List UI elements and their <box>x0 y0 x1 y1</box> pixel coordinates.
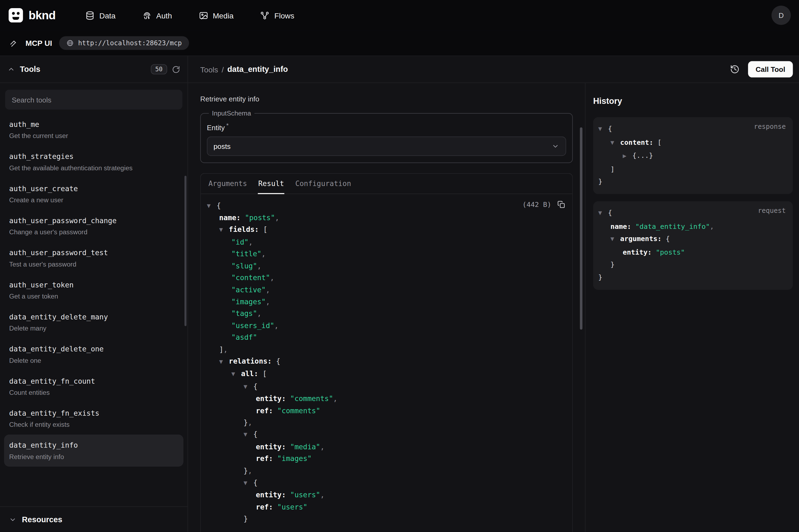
search-tools-input[interactable] <box>5 90 183 110</box>
resources-section-toggle[interactable]: Resources <box>0 507 187 532</box>
nav-item-flows[interactable]: Flows <box>260 11 294 20</box>
json-line: ref: "users" <box>207 501 565 513</box>
history-title: History <box>593 96 793 106</box>
json-line: ▼relations: { <box>207 356 565 368</box>
json-tree: ▼{name: "data_entity_info",▼arguments: {… <box>598 206 786 284</box>
nav-item-data[interactable]: Data <box>85 11 116 20</box>
json-caret-icon[interactable]: ▼ <box>598 207 608 220</box>
user-avatar[interactable]: D <box>772 6 791 25</box>
json-caret-icon[interactable]: ▼ <box>231 368 241 380</box>
json-caret-icon[interactable]: ▼ <box>219 356 229 367</box>
breadcrumb-section[interactable]: Tools <box>200 65 218 74</box>
json-token: , <box>262 250 266 258</box>
history-entry-response[interactable]: response▼{▼content: [▶{...}]} <box>593 117 793 194</box>
tool-description: Get a user token <box>9 292 178 300</box>
json-caret-icon[interactable]: ▼ <box>244 380 253 392</box>
history-entry-tag: response <box>754 123 786 130</box>
json-token: ] <box>610 165 614 173</box>
history-entry-request[interactable]: request▼{name: "data_entity_info",▼argum… <box>593 201 793 290</box>
json-token: } <box>244 418 248 426</box>
brand-home-link[interactable]: bknd <box>8 7 56 23</box>
json-token: , <box>710 222 714 230</box>
json-token: "images" <box>231 298 266 306</box>
json-line: } <box>598 175 786 188</box>
tool-item-auth_user_create[interactable]: auth_user_createCreate a new user <box>4 178 183 210</box>
json-caret-icon[interactable]: ▶ <box>623 150 632 163</box>
tool-name: auth_user_password_test <box>9 248 178 258</box>
sidebar-scrollbar[interactable] <box>185 176 187 326</box>
nav-item-media[interactable]: Media <box>198 11 233 20</box>
tool-item-data_entity_delete_many[interactable]: data_entity_delete_manyDelete many <box>4 306 183 338</box>
tool-item-auth_user_token[interactable]: auth_user_tokenGet a user token <box>4 274 183 306</box>
json-line: entity: "users", <box>207 489 565 501</box>
workflow-icon <box>260 11 270 20</box>
tool-item-data_entity_fn_count[interactable]: data_entity_fn_countCount entities <box>4 370 183 402</box>
tool-name: data_entity_fn_count <box>9 376 178 386</box>
mcp-header-bar: MCP UI http://localhost:28623/mcp <box>0 31 799 56</box>
tool-item-auth_user_password_test[interactable]: auth_user_password_testTest a user's pas… <box>4 242 183 274</box>
result-json-tree: ▼{name: "posts",▼fields: ["id","title","… <box>207 200 565 525</box>
mcp-endpoint-pill[interactable]: http://localhost:28623/mcp <box>59 36 189 50</box>
tab-configuration[interactable]: Configuration <box>290 173 357 193</box>
main-scrollbar[interactable] <box>580 128 582 330</box>
json-token: , <box>320 491 325 499</box>
json-caret-icon[interactable]: ▼ <box>598 123 608 135</box>
refresh-tools-button[interactable] <box>172 65 180 74</box>
json-caret-icon[interactable]: ▼ <box>610 233 620 245</box>
json-line: ref: "comments" <box>207 405 565 417</box>
tool-item-auth_me[interactable]: auth_meGet the current user <box>4 114 183 146</box>
json-token: "tags" <box>231 309 257 318</box>
json-caret-icon[interactable]: ▼ <box>207 200 217 211</box>
tool-name: auth_me <box>9 120 178 130</box>
chevron-up-icon[interactable] <box>7 65 15 73</box>
history-button[interactable] <box>729 64 740 75</box>
tool-item-data_entity_info[interactable]: data_entity_infoRetrieve entity info <box>4 435 183 467</box>
tool-item-auth_user_password_change[interactable]: auth_user_password_changeChange a user's… <box>4 210 183 242</box>
entity-select-value: posts <box>213 142 230 150</box>
json-caret-icon[interactable]: ▼ <box>244 477 253 489</box>
entity-select[interactable]: posts <box>207 136 566 156</box>
json-token: "title" <box>231 250 262 258</box>
json-caret-icon[interactable]: ▼ <box>219 224 229 236</box>
copy-result-button[interactable] <box>557 200 566 209</box>
json-token: "posts" <box>245 213 275 222</box>
json-token: } <box>598 177 602 186</box>
json-line: entity: "media", <box>207 441 565 453</box>
tab-result[interactable]: Result <box>253 173 290 193</box>
tools-list: auth_meGet the current userauth_strategi… <box>0 113 187 506</box>
call-tool-button[interactable]: Call Tool <box>748 61 793 77</box>
json-line: name: "data_entity_info", <box>598 220 786 232</box>
input-schema-legend: InputSchema <box>209 110 254 117</box>
json-token: { <box>608 208 612 216</box>
tool-item-auth_strategies[interactable]: auth_strategiesGet the available authent… <box>4 146 183 177</box>
json-token: [ <box>263 369 267 378</box>
json-caret-icon[interactable]: ▼ <box>610 136 620 149</box>
tool-name: auth_user_password_change <box>9 216 178 226</box>
json-token: "content" <box>231 273 270 282</box>
chevron-down-icon <box>551 142 559 150</box>
json-token: arguments: <box>620 234 666 243</box>
json-token: { <box>666 234 670 243</box>
json-line: entity: "comments", <box>207 393 565 405</box>
required-mark: * <box>226 122 229 129</box>
json-line: "users_id", <box>207 320 565 331</box>
resources-label: Resources <box>22 515 62 524</box>
breadcrumb-separator: / <box>222 65 224 74</box>
json-line: "title", <box>207 248 565 260</box>
tool-item-data_entity_fn_exists[interactable]: data_entity_fn_existsCheck if entity exi… <box>4 402 183 434</box>
tools-count-badge: 50 <box>151 64 167 75</box>
tab-arguments[interactable]: Arguments <box>203 173 253 193</box>
header-actions: Call Tool <box>729 61 793 77</box>
tools-sidebar: Tools 50 auth_meGet the current userauth… <box>0 56 188 532</box>
json-token: ref: <box>256 454 277 462</box>
nav-item-auth[interactable]: Auth <box>142 11 172 20</box>
json-token: entity: <box>256 394 290 402</box>
json-token: { <box>216 201 221 209</box>
result-card: ArgumentsResultConfiguration (442 B) <box>200 173 573 532</box>
json-line: ▼content: [ <box>598 136 786 149</box>
json-token: , <box>275 213 279 222</box>
nav-item-label: Media <box>213 11 233 20</box>
primary-nav: DataAuthMediaFlows <box>85 11 294 20</box>
json-caret-icon[interactable]: ▼ <box>244 429 253 441</box>
tool-item-data_entity_delete_one[interactable]: data_entity_delete_oneDelete one <box>4 338 183 370</box>
